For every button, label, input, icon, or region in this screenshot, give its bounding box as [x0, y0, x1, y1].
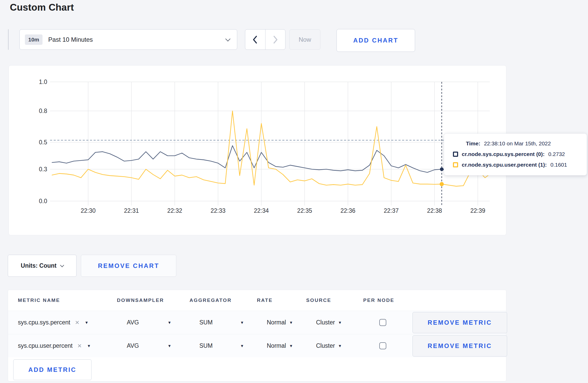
dropdown-triangle-icon: ▼	[338, 344, 342, 348]
time-range-dropdown[interactable]: 10m Past 10 Minutes	[19, 29, 237, 50]
units-label: Units: Count	[21, 262, 57, 269]
source-value: Cluster	[316, 319, 335, 326]
rate-value: Normal	[267, 319, 286, 326]
remove-chart-button[interactable]: REMOVE CHART	[81, 255, 176, 277]
now-button[interactable]: Now	[289, 29, 320, 50]
downsampler-select[interactable]: AVG ▼	[117, 319, 171, 326]
header-source: SOURCE	[306, 297, 363, 303]
svg-text:22:34: 22:34	[254, 207, 269, 214]
chart-tooltip: Time: 22:38:10 on Mar 15th, 2022 cr.node…	[444, 133, 587, 175]
header-rate: RATE	[257, 297, 306, 303]
chevron-down-icon	[60, 263, 64, 267]
chevron-left-icon	[252, 35, 258, 44]
dropdown-triangle-icon: ▼	[338, 320, 342, 325]
svg-text:0.8: 0.8	[39, 108, 47, 114]
add-metric-button[interactable]: ADD METRIC	[13, 359, 92, 380]
metric-name-select[interactable]: sys.cpu.user.percent ✕ ▼	[8, 342, 117, 349]
svg-text:22:33: 22:33	[211, 207, 226, 214]
downsampler-value: AVG	[127, 342, 139, 349]
tooltip-time-value: 22:38:10 on Mar 15th, 2022	[484, 140, 551, 147]
units-dropdown[interactable]: Units: Count	[8, 255, 76, 277]
chart-svg[interactable]: 0.00.30.50.81.022:3022:3122:3222:3322:34…	[9, 66, 507, 236]
time-range-badge: 10m	[25, 34, 43, 45]
source-select[interactable]: Cluster ▼	[306, 319, 342, 326]
per-node-checkbox[interactable]	[379, 319, 386, 326]
remove-metric-button[interactable]: REMOVE METRIC	[412, 312, 507, 333]
toolbar-divider	[8, 29, 9, 50]
source-value: Cluster	[316, 342, 335, 349]
svg-text:0.5: 0.5	[39, 139, 47, 146]
aggregator-select[interactable]: SUM ▼	[190, 342, 244, 349]
time-step-buttons	[245, 29, 285, 50]
add-chart-button[interactable]: ADD CHART	[337, 29, 415, 52]
dropdown-triangle-icon[interactable]: ▼	[87, 344, 91, 348]
downsampler-select[interactable]: AVG ▼	[117, 342, 171, 349]
svg-text:22:35: 22:35	[297, 207, 312, 214]
tooltip-series-user-name: cr.node.sys.cpu.user.percent (1):	[462, 162, 547, 168]
rate-value: Normal	[267, 342, 286, 349]
dropdown-triangle-icon: ▼	[167, 344, 171, 348]
svg-text:0.3: 0.3	[39, 166, 47, 173]
next-time-button[interactable]	[265, 30, 285, 49]
prev-time-button[interactable]	[245, 30, 265, 49]
chevron-right-icon	[272, 35, 278, 44]
remove-metric-button[interactable]: REMOVE METRIC	[412, 335, 507, 357]
header-metric-name: METRIC NAME	[8, 297, 117, 303]
svg-text:22:31: 22:31	[124, 207, 139, 214]
aggregator-value: SUM	[199, 319, 213, 326]
dropdown-triangle-icon: ▼	[167, 320, 171, 325]
header-downsampler: DOWNSAMPLER	[117, 297, 190, 303]
dropdown-triangle-icon[interactable]: ▼	[85, 320, 89, 325]
header-aggregator: AGGREGATOR	[190, 297, 257, 303]
aggregator-select[interactable]: SUM ▼	[190, 319, 244, 326]
table-row: sys.cpu.user.percent ✕ ▼ AVG ▼ SUM ▼ Nor…	[8, 334, 506, 357]
metric-name-value: sys.cpu.sys.percent	[18, 319, 70, 326]
tooltip-series-user-value: 0.1601	[550, 162, 567, 168]
svg-text:22:32: 22:32	[167, 207, 182, 214]
svg-text:22:36: 22:36	[340, 207, 355, 214]
dropdown-triangle-icon: ▼	[289, 320, 293, 325]
metric-name-value: sys.cpu.user.percent	[18, 342, 73, 349]
chart-panel: 0.00.30.50.81.022:3022:3122:3222:3322:34…	[9, 65, 506, 235]
chevron-down-icon	[225, 36, 230, 41]
downsampler-value: AVG	[127, 319, 139, 326]
aggregator-value: SUM	[199, 342, 213, 349]
source-select[interactable]: Cluster ▼	[306, 342, 342, 349]
rate-select[interactable]: Normal ▼	[257, 319, 293, 326]
svg-text:22:37: 22:37	[384, 207, 399, 214]
header-per-node: PER NODE	[363, 297, 410, 303]
clear-metric-icon[interactable]: ✕	[77, 343, 82, 349]
metrics-table: METRIC NAME DOWNSAMPLER AGGREGATOR RATE …	[8, 290, 506, 381]
rate-select[interactable]: Normal ▼	[257, 342, 293, 349]
time-range-label: Past 10 Minutes	[48, 36, 93, 43]
clear-metric-icon[interactable]: ✕	[75, 320, 80, 326]
series-swatch-sys-icon	[453, 152, 458, 157]
metrics-table-header: METRIC NAME DOWNSAMPLER AGGREGATOR RATE …	[8, 290, 506, 311]
per-node-checkbox[interactable]	[379, 342, 386, 349]
page-title: Custom Chart	[10, 2, 74, 13]
dropdown-triangle-icon: ▼	[240, 320, 244, 325]
metric-name-select[interactable]: sys.cpu.sys.percent ✕ ▼	[8, 319, 117, 326]
tooltip-series-sys-value: 0.2732	[548, 151, 565, 157]
svg-text:22:38: 22:38	[427, 207, 442, 214]
dropdown-triangle-icon: ▼	[240, 344, 244, 348]
svg-text:1.0: 1.0	[39, 79, 47, 85]
svg-text:22:30: 22:30	[81, 207, 96, 214]
tooltip-time-label: Time:	[466, 140, 480, 147]
svg-text:0.0: 0.0	[39, 198, 47, 204]
table-row: sys.cpu.sys.percent ✕ ▼ AVG ▼ SUM ▼ Norm…	[8, 311, 506, 334]
svg-text:22:39: 22:39	[470, 207, 485, 214]
dropdown-triangle-icon: ▼	[289, 344, 293, 348]
tooltip-series-sys-name: cr.node.sys.cpu.sys.percent (0):	[462, 151, 545, 157]
series-swatch-user-icon	[453, 162, 458, 167]
